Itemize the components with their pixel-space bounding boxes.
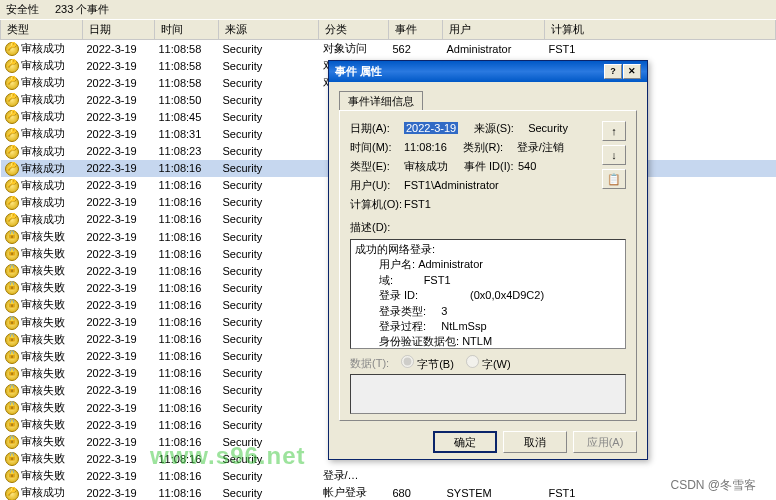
col-header[interactable]: 用户 [443, 20, 545, 40]
type-label: 类型(E): [350, 159, 404, 174]
comp-value: FST1 [404, 198, 431, 210]
key-icon [5, 162, 19, 176]
evtid-value: 540 [518, 160, 536, 172]
date-value: 2022-3-19 [404, 122, 458, 134]
time-value: 11:08:16 [404, 141, 447, 153]
close-button[interactable]: ✕ [623, 64, 641, 79]
count-label: 233 个事件 [55, 2, 109, 17]
cat-label: 类别(R): [463, 140, 517, 155]
key-icon [5, 59, 19, 73]
key-icon [5, 110, 19, 124]
key-icon [5, 145, 19, 159]
lock-icon [5, 367, 19, 381]
lock-icon [5, 247, 19, 261]
tab-details[interactable]: 事件详细信息 [339, 91, 423, 111]
key-icon [5, 42, 19, 56]
lock-icon [5, 333, 19, 347]
col-header[interactable]: 类型 [1, 20, 83, 40]
col-header[interactable]: 计算机 [545, 20, 776, 40]
dialog-titlebar[interactable]: 事件 属性 ? ✕ [329, 61, 647, 82]
next-event-button[interactable]: ↓ [602, 145, 626, 165]
lock-icon [5, 401, 19, 415]
description-box[interactable]: 成功的网络登录: 用户名: Administrator 域: FST1 登录 I… [350, 239, 626, 349]
user-label: 用户(U): [350, 178, 404, 193]
key-icon [5, 213, 19, 227]
table-row[interactable]: 审核成功2022-3-1911:08:16Security帐户登录680SYST… [1, 484, 776, 500]
user-value: FST1\Administrator [404, 179, 499, 191]
data-box [350, 374, 626, 414]
copy-button[interactable]: 📋 [602, 169, 626, 189]
key-icon [5, 93, 19, 107]
ok-button[interactable]: 确定 [433, 431, 497, 453]
lock-icon [5, 435, 19, 449]
source-value: Security [528, 122, 568, 134]
desc-label: 描述(D): [350, 220, 626, 235]
time-label: 时间(M): [350, 140, 404, 155]
cat-value: 登录/注销 [517, 140, 564, 155]
lock-icon [5, 264, 19, 278]
comp-label: 计算机(O): [350, 197, 404, 212]
date-label: 日期(A): [350, 121, 404, 136]
lock-icon [5, 230, 19, 244]
lock-icon [5, 350, 19, 364]
lock-icon [5, 418, 19, 432]
lock-icon [5, 281, 19, 295]
data-label: 数据(T): [350, 356, 389, 371]
lock-icon [5, 316, 19, 330]
apply-button[interactable]: 应用(A) [573, 431, 637, 453]
evtid-label: 事件 ID(I): [464, 159, 518, 174]
dialog-title: 事件 属性 [335, 64, 382, 79]
type-value: 审核成功 [404, 159, 448, 174]
col-header[interactable]: 事件 [389, 20, 443, 40]
lock-icon [5, 452, 19, 466]
key-icon [5, 76, 19, 90]
lock-icon [5, 299, 19, 313]
col-header[interactable]: 时间 [155, 20, 219, 40]
table-row[interactable]: 审核失败2022-3-1911:08:16Security登录/… [1, 467, 776, 484]
lock-icon [5, 469, 19, 483]
help-button[interactable]: ? [604, 64, 622, 79]
words-radio: 字(W) [464, 355, 511, 372]
col-header[interactable]: 日期 [83, 20, 155, 40]
source-label: 来源(S): [474, 121, 528, 136]
key-icon [5, 128, 19, 142]
lock-icon [5, 384, 19, 398]
col-header[interactable]: 分类 [319, 20, 389, 40]
cancel-button[interactable]: 取消 [503, 431, 567, 453]
event-properties-dialog: 事件 属性 ? ✕ 事件详细信息 ↑ ↓ 📋 日期(A):2022-3-19来源… [328, 60, 648, 460]
table-row[interactable]: 审核成功2022-3-1911:08:58Security对象访问562Admi… [1, 40, 776, 58]
key-icon [5, 179, 19, 193]
prev-event-button[interactable]: ↑ [602, 121, 626, 141]
key-icon [5, 196, 19, 210]
bytes-radio: 字节(B) [399, 355, 454, 372]
key-icon [5, 487, 19, 500]
title-bar: 安全性 233 个事件 [0, 0, 776, 20]
category-label: 安全性 [6, 2, 39, 17]
desc-line: 成功的网络登录: [355, 242, 621, 257]
col-header[interactable]: 来源 [219, 20, 319, 40]
